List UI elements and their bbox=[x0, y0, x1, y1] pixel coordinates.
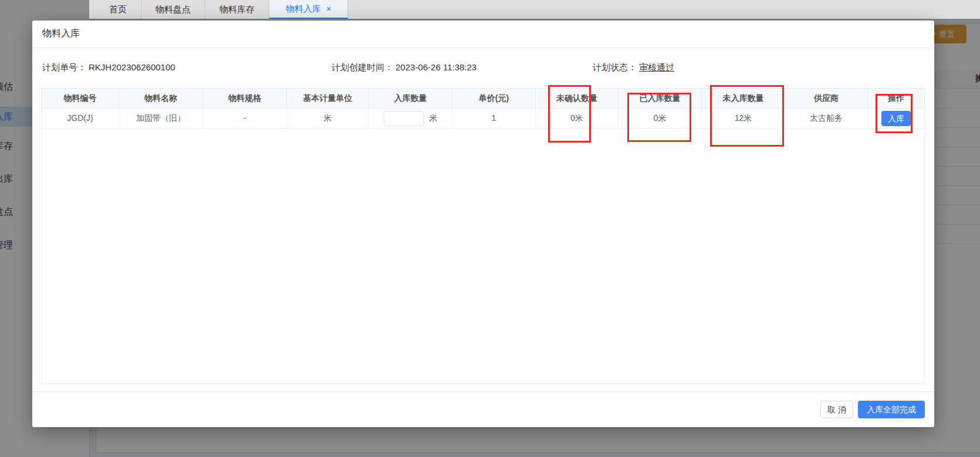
col-header-unit-price: 单价(元) bbox=[452, 89, 536, 108]
inbound-table: 物料编号 物料名称 物料规格 基本计量单位 入库数量 单价(元) 未确认数量 已… bbox=[41, 88, 925, 384]
annotation-box-action bbox=[876, 94, 913, 133]
dialog-title: 物料入库 bbox=[42, 28, 80, 40]
material-inbound-dialog: 物料入库 计划单号：RKJH2023062600100 计划创建时间：2023-… bbox=[32, 21, 934, 427]
dialog-header: 物料入库 bbox=[32, 21, 934, 48]
cell-material-spec: - bbox=[203, 109, 287, 128]
annotation-box-unconfirmed-qty bbox=[548, 85, 591, 143]
cancel-button[interactable]: 取 消 bbox=[820, 401, 853, 418]
col-header-base-unit: 基本计量单位 bbox=[287, 89, 369, 108]
app-screen: 预估 入库 库存 出库 盘点 管理 首页 物料盘点 物料库存 物料入库× ⟳ 重… bbox=[0, 0, 980, 457]
table-row: JGD(J) 加固带（旧） - 米 米 1 0米 0米 12米 太古船务 入库 bbox=[42, 109, 924, 128]
cell-inbound-qty: 米 bbox=[369, 109, 452, 128]
tab-material-stocktake[interactable]: 物料盘点 bbox=[141, 0, 205, 19]
plan-number-value: RKJH2023062600100 bbox=[89, 62, 175, 72]
col-header-supplier: 供应商 bbox=[785, 89, 868, 108]
annotation-box-stored-qty bbox=[627, 93, 691, 142]
annotation-box-unstored-qty bbox=[710, 85, 784, 147]
tab-material-stock[interactable]: 物料库存 bbox=[205, 0, 269, 19]
table-header-row: 物料编号 物料名称 物料规格 基本计量单位 入库数量 单价(元) 未确认数量 已… bbox=[42, 89, 924, 109]
col-header-material-name: 物料名称 bbox=[119, 89, 203, 108]
footer-divider bbox=[32, 391, 934, 392]
close-tab-icon[interactable]: × bbox=[326, 4, 331, 13]
col-header-material-spec: 物料规格 bbox=[203, 89, 287, 108]
col-header-inbound-qty: 入库数量 bbox=[369, 89, 452, 108]
tab-home[interactable]: 首页 bbox=[95, 0, 141, 19]
cell-unit-price: 1 bbox=[452, 109, 536, 128]
plan-status-value: 审核通过 bbox=[639, 62, 674, 72]
plan-created-field: 计划创建时间：2023-06-26 11:38:23 bbox=[332, 60, 477, 75]
cell-base-unit: 米 bbox=[287, 109, 369, 128]
inbound-qty-input[interactable] bbox=[384, 111, 424, 126]
col-header-material-code: 物料编号 bbox=[42, 89, 119, 108]
plan-status-field: 计划状态：审核通过 bbox=[593, 60, 674, 75]
qty-unit-label: 米 bbox=[430, 109, 438, 128]
tab-material-inbound[interactable]: 物料入库× bbox=[269, 0, 348, 19]
tab-bar: 首页 物料盘点 物料库存 物料入库× bbox=[89, 0, 980, 19]
plan-created-value: 2023-06-26 11:38:23 bbox=[396, 62, 477, 72]
cell-material-code: JGD(J) bbox=[42, 109, 119, 128]
cell-supplier: 太古船务 bbox=[785, 109, 868, 128]
cell-material-name: 加固带（旧） bbox=[119, 109, 203, 128]
plan-number-field: 计划单号：RKJH2023062600100 bbox=[42, 60, 175, 75]
inbound-complete-button[interactable]: 入库全部完成 bbox=[858, 401, 925, 418]
